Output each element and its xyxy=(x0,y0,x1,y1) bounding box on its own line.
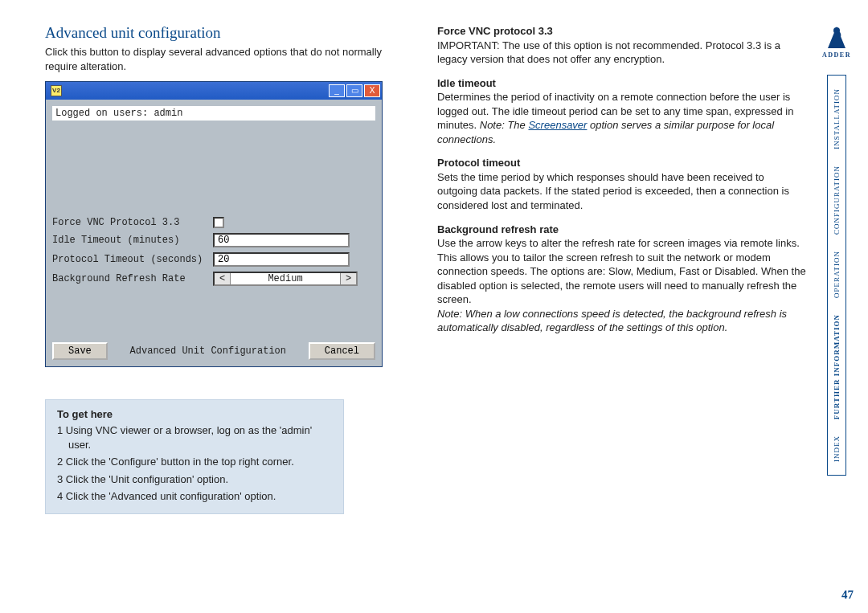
logged-on-users-line: Logged on users: admin xyxy=(52,106,375,121)
page-number: 47 xyxy=(841,588,854,602)
list-item: 2 Click the 'Configure' button in the to… xyxy=(57,453,332,471)
section-intro: Click this button to display several adv… xyxy=(45,45,399,73)
def-refresh-note: Note: When a low connections speed is de… xyxy=(437,307,807,335)
protocol-timeout-label: Protocol Timeout (seconds) xyxy=(52,254,213,265)
brand-name: ADDER xyxy=(821,51,853,59)
def-idle-body: Determines the period of inactivity on a… xyxy=(437,90,807,146)
app-icon: V2 xyxy=(51,85,62,96)
def-refresh-body: Use the arrow keys to alter the refresh … xyxy=(437,236,807,307)
def-proto-heading: Protocol timeout xyxy=(437,156,807,170)
arrow-left-icon[interactable]: < xyxy=(215,273,231,284)
arrow-right-icon[interactable]: > xyxy=(340,273,356,284)
to-get-here-heading: To get here xyxy=(57,408,332,420)
idle-timeout-input[interactable] xyxy=(213,233,350,247)
list-item: 3 Click the 'Unit configuration' option. xyxy=(57,471,332,488)
idle-timeout-label: Idle Timeout (minutes) xyxy=(52,235,213,246)
minimize-button[interactable]: _ xyxy=(329,84,345,97)
nav-operation[interactable]: OPERATION xyxy=(833,251,841,298)
side-nav: INSTALLATION CONFIGURATION OPERATION FUR… xyxy=(827,75,846,476)
def-idle-heading: Idle timeout xyxy=(437,76,807,91)
force-vnc-checkbox[interactable] xyxy=(213,217,224,228)
force-vnc-label: Force VNC Protocol 3.3 xyxy=(52,217,213,228)
refresh-rate-value: Medium xyxy=(231,273,340,284)
close-button[interactable]: X xyxy=(364,84,380,97)
nav-further-information[interactable]: FURTHER INFORMATION xyxy=(833,314,841,419)
maximize-button[interactable]: ▭ xyxy=(346,84,362,97)
to-get-here-box: To get here 1 Using VNC viewer or a brow… xyxy=(45,399,344,514)
def-proto-body: Sets the time period by which responses … xyxy=(437,170,807,213)
section-title: Advanced unit configuration xyxy=(45,24,399,42)
def-idle-note-prefix: Note: The xyxy=(480,119,529,131)
dialog-caption: Advanced Unit Configuration xyxy=(130,345,286,357)
nav-index[interactable]: INDEX xyxy=(833,435,841,462)
list-item: 1 Using VNC viewer or a browser, log on … xyxy=(57,422,332,453)
nav-configuration[interactable]: CONFIGURATION xyxy=(833,166,841,235)
protocol-timeout-input[interactable] xyxy=(213,252,350,267)
def-force-body: IMPORTANT: The use of this option is not… xyxy=(437,39,807,67)
brand-logo: ADDER xyxy=(821,24,853,59)
refresh-rate-stepper[interactable]: < Medium > xyxy=(213,272,358,286)
window-titlebar: V2 _ ▭ X xyxy=(46,82,382,100)
cancel-button[interactable]: Cancel xyxy=(309,342,375,360)
def-refresh-heading: Background refresh rate xyxy=(437,223,807,237)
screensaver-link[interactable]: Screensaver xyxy=(528,119,587,131)
refresh-rate-label: Background Refresh Rate xyxy=(52,273,213,284)
nav-installation[interactable]: INSTALLATION xyxy=(833,88,841,149)
screenshot-window: V2 _ ▭ X Logged on users: admin Force VN… xyxy=(45,81,383,367)
save-button[interactable]: Save xyxy=(52,342,108,360)
list-item: 4 Click the 'Advanced unit configuration… xyxy=(57,488,332,505)
def-force-heading: Force VNC protocol 3.3 xyxy=(437,24,807,39)
